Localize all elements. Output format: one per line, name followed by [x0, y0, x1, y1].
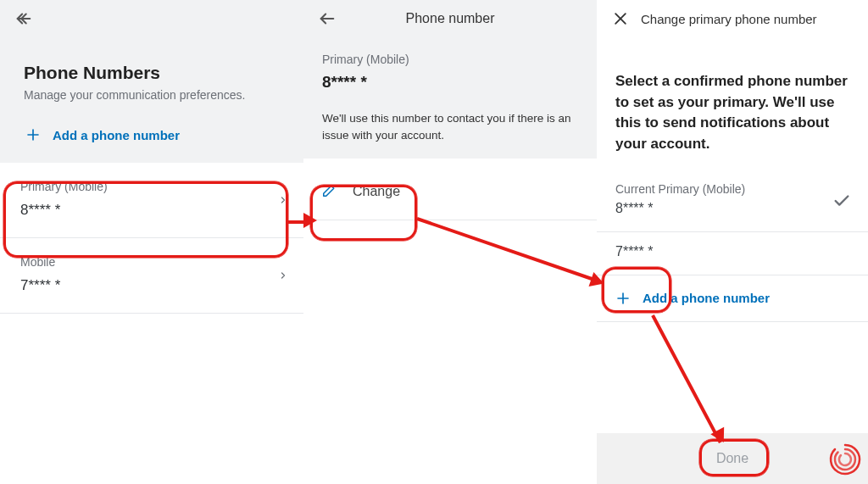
primary-label: Primary (Mobile): [319, 53, 581, 66]
check-icon: [832, 192, 851, 210]
back-icon[interactable]: [12, 7, 36, 31]
phone-row-label: Mobile: [20, 255, 283, 269]
phone-row-value: 8**** *: [20, 202, 283, 219]
done-label: Done: [716, 451, 748, 466]
add-phone-button[interactable]: Add a phone number: [597, 275, 868, 322]
plus-icon: [615, 291, 631, 306]
alternate-phone-value: 7**** *: [615, 244, 849, 259]
header-title: Change primary phone number: [641, 12, 856, 26]
plus-icon: [24, 127, 42, 142]
page-subtitle: Manage your communication preferences.: [24, 88, 280, 102]
instruction-text: Select a confirmed phone number to set a…: [615, 71, 849, 155]
phone-row-mobile[interactable]: Mobile 7**** *: [0, 238, 303, 314]
header-title: Phone number: [348, 11, 553, 26]
phone-row-label: Primary (Mobile): [20, 180, 283, 193]
phone-row-primary[interactable]: Primary (Mobile) 8**** *: [0, 163, 303, 238]
add-phone-label: Add a phone number: [643, 291, 770, 305]
primary-description: We'll use this number to contact you if …: [319, 110, 581, 143]
phone-row-value: 7**** *: [20, 277, 283, 294]
screen-phone-detail: Phone number Primary (Mobile) 8**** * We…: [303, 0, 597, 484]
current-primary-label: Current Primary (Mobile): [615, 182, 849, 196]
page-title: Phone Numbers: [24, 63, 280, 83]
change-button[interactable]: Change: [303, 167, 597, 220]
current-primary-value: 8**** *: [615, 201, 849, 216]
chevron-right-icon: [278, 267, 288, 284]
alternate-phone-row[interactable]: 7**** *: [597, 232, 868, 275]
current-primary-row[interactable]: Current Primary (Mobile) 8**** *: [597, 170, 868, 232]
primary-value: 8**** *: [319, 73, 581, 92]
chevron-right-icon: [278, 192, 288, 209]
back-icon[interactable]: [315, 7, 339, 31]
close-icon[interactable]: [609, 7, 632, 31]
screen-change-primary: Change primary phone number Select a con…: [597, 0, 868, 484]
add-phone-button[interactable]: Add a phone number: [24, 127, 280, 142]
add-phone-label: Add a phone number: [53, 128, 180, 142]
change-label: Change: [353, 184, 400, 199]
screen-phone-numbers: Phone Numbers Manage your communication …: [0, 0, 303, 484]
pencil-icon: [320, 184, 336, 199]
done-button[interactable]: Done: [597, 433, 868, 484]
